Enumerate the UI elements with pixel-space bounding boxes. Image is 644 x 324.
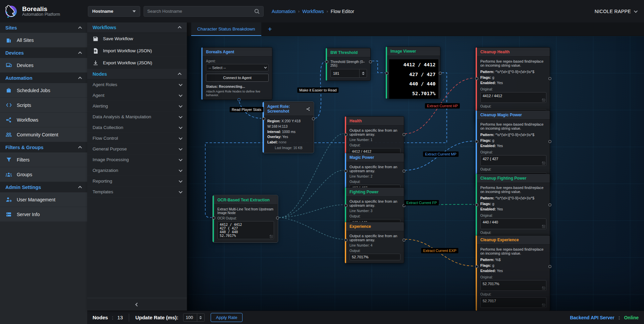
port[interactable]: [369, 60, 372, 63]
panel-section-nodes[interactable]: Nodes: [87, 69, 187, 79]
port[interactable]: [325, 60, 328, 63]
sidebar-section-devices[interactable]: Devices: [0, 48, 87, 58]
edge-label-extract-exp: Extract Current EXP: [421, 248, 458, 253]
port[interactable]: [262, 117, 265, 120]
port[interactable]: [548, 203, 551, 206]
port[interactable]: [548, 77, 551, 80]
port[interactable]: [212, 216, 215, 219]
resize-handle[interactable]: [542, 161, 545, 165]
original-textarea[interactable]: 52.7017%: [480, 280, 546, 291]
sidebar-item-label: Groups: [17, 172, 32, 177]
port[interactable]: [475, 77, 478, 80]
brand: Borealis Automation Platform: [0, 4, 87, 19]
sidebar-item-all-sites[interactable]: All Sites: [0, 33, 87, 48]
node-category-alerting[interactable]: Alerting: [87, 101, 187, 112]
add-tab-button[interactable]: +: [261, 22, 279, 36]
breadcrumb-automation[interactable]: Automation: [272, 9, 296, 14]
port[interactable]: [344, 204, 347, 207]
sidebar-item-server-info[interactable]: Server Info: [0, 207, 87, 222]
node-category-agent[interactable]: Agent: [87, 90, 187, 101]
sidebar-item-scheduled-jobs[interactable]: Scheduled Jobs: [0, 83, 87, 98]
collapse-panel-button[interactable]: [87, 298, 187, 311]
sidebar-section-sites[interactable]: Sites: [0, 22, 87, 33]
port[interactable]: [344, 239, 347, 242]
node-image-viewer[interactable]: Image Viewer 4412 / 4412 427 / 427 440 /…: [386, 47, 440, 99]
node-borealis-agent[interactable]: Borealis Agent Agent: -- Select -- Conne…: [201, 47, 272, 100]
number-stepper[interactable]: [197, 314, 204, 321]
hostname-dropdown[interactable]: Hostname: [88, 6, 140, 17]
node-ocr-text-extraction[interactable]: OCR-Based Text Extraction Extract Multi-…: [213, 195, 278, 242]
port[interactable]: [276, 216, 279, 219]
node-category-data-analysis[interactable]: Data Analysis & Manipulation: [87, 112, 187, 122]
panel-section-workflows[interactable]: Workflows: [87, 22, 187, 33]
node-category-templates[interactable]: Templates: [87, 187, 187, 197]
node-category-agent-roles[interactable]: Agent Roles: [87, 79, 187, 90]
user-gear-icon: [5, 196, 12, 203]
export-workflow-button[interactable]: Export Workflow (JSON): [87, 57, 187, 69]
hostname-search[interactable]: [144, 6, 264, 17]
port[interactable]: [548, 265, 551, 268]
search-input[interactable]: [147, 9, 254, 14]
port[interactable]: [402, 170, 406, 173]
node-category-image-processing[interactable]: Image Processing: [87, 154, 187, 165]
node-category-general-purpose[interactable]: General Purpose: [87, 144, 187, 154]
port[interactable]: [439, 72, 442, 75]
user-menu[interactable]: NICOLE RAPPE: [595, 9, 637, 14]
port[interactable]: [475, 140, 478, 143]
port[interactable]: [402, 239, 406, 242]
resize-handle[interactable]: [542, 286, 545, 290]
resize-handle[interactable]: [270, 235, 273, 238]
sidebar-section-automation[interactable]: Automation: [0, 73, 87, 83]
resize-handle[interactable]: [542, 99, 545, 102]
node-agent-role-screenshot[interactable]: Agent Role: Screenshot Region: X:200 Y:4…: [263, 102, 314, 153]
sidebar-item-groups[interactable]: Groups: [0, 167, 87, 182]
node-bw-threshold[interactable]: BW Threshold Threshold Strength (0–255):…: [326, 48, 371, 81]
share-icon[interactable]: [306, 107, 310, 111]
sidebar-item-community-content[interactable]: Community Content: [0, 127, 87, 142]
chevron-down-icon: [179, 125, 182, 129]
original-textarea[interactable]: 427 { 427: [480, 155, 546, 166]
original-textarea[interactable]: 440 / 440: [480, 218, 546, 229]
breadcrumb-workflows[interactable]: Workflows: [302, 9, 324, 14]
tab-character-status-breakdown[interactable]: Character Status Breakdown: [191, 22, 261, 36]
node-category-organization[interactable]: Organization: [87, 165, 187, 176]
resize-handle[interactable]: [542, 304, 545, 307]
node-experience[interactable]: Experience Output a specific line from a…: [345, 222, 404, 263]
tab-bar: Character Status Breakdown +: [187, 22, 644, 36]
sidebar-item-workflows[interactable]: Workflows: [0, 113, 87, 127]
agent-select[interactable]: -- Select --: [206, 64, 269, 71]
number-stepper[interactable]: [359, 69, 367, 77]
port[interactable]: [344, 170, 347, 173]
connect-to-agent-button[interactable]: Connect to Agent: [206, 74, 269, 82]
port[interactable]: [237, 98, 240, 101]
port[interactable]: [385, 72, 388, 75]
apply-rate-button[interactable]: Apply Rate: [211, 313, 243, 322]
output-textarea[interactable]: 52.7017: [480, 297, 546, 308]
ocr-output-textarea[interactable]: 4412 / 4412 427 { 427 440 / 440 52.7017%: [217, 221, 274, 239]
node-cleanup-experience[interactable]: Cleanup Experience Performs live regex-b…: [476, 235, 550, 311]
sidebar-item-devices[interactable]: Devices: [0, 58, 87, 73]
sidebar-item-scripts[interactable]: Scripts: [0, 98, 87, 113]
sidebar-item-user-management[interactable]: User Management: [0, 192, 87, 207]
port[interactable]: [475, 203, 478, 206]
output-field[interactable]: [350, 254, 400, 260]
sidebar-section-admin-settings[interactable]: Admin Settings: [0, 182, 87, 192]
import-workflow-button[interactable]: Import Workflow (JSON): [87, 45, 187, 57]
port[interactable]: [402, 133, 406, 136]
port[interactable]: [344, 133, 347, 136]
threshold-input[interactable]: 181: [330, 69, 367, 78]
node-category-reporting[interactable]: Reporting: [87, 176, 187, 187]
node-health[interactable]: Health Output a specific line from an up…: [345, 116, 404, 158]
port[interactable]: [475, 265, 478, 268]
sidebar-section-filters-groups[interactable]: Filters & Groups: [0, 142, 87, 152]
node-category-flow-control[interactable]: Flow Control: [87, 133, 187, 144]
save-workflow-button[interactable]: Save Workflow: [87, 33, 187, 45]
resize-handle[interactable]: [542, 225, 545, 228]
sidebar-item-filters[interactable]: Filters: [0, 152, 87, 167]
flow-canvas[interactable]: Read Player Stats Make it Easier to Read…: [187, 36, 644, 311]
update-rate-input[interactable]: 100: [183, 313, 205, 322]
port[interactable]: [548, 140, 551, 143]
port[interactable]: [312, 117, 315, 120]
original-textarea[interactable]: 4412 / 4412: [480, 92, 546, 103]
node-category-data-collection[interactable]: Data Collection: [87, 122, 187, 133]
